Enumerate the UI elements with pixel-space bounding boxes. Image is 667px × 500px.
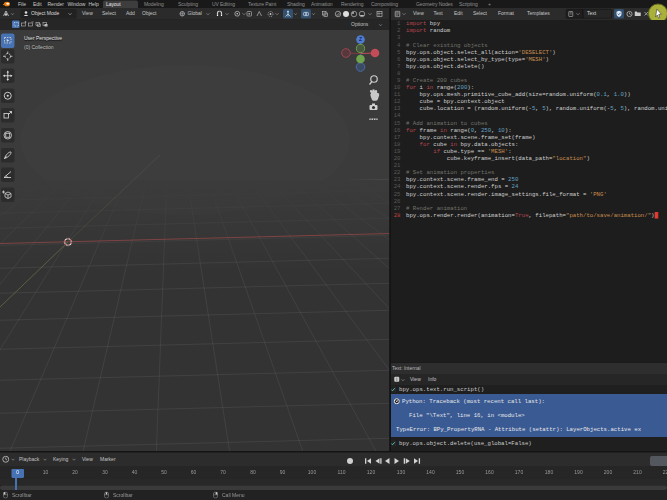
svg-text:i: i (396, 377, 397, 382)
svg-text:Z: Z (359, 36, 362, 42)
